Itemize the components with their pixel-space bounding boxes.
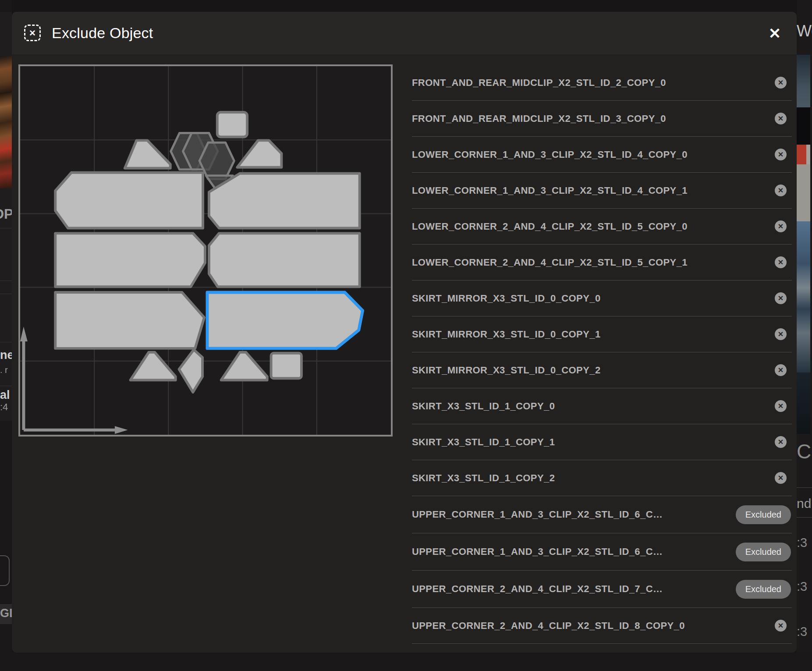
- object-name-label: LOWER_CORNER_2_AND_4_CLIP_X2_STL_ID_5_CO…: [412, 257, 775, 268]
- object-band-a-right[interactable]: [209, 174, 360, 228]
- object-list-item[interactable]: SKIRT_MIRROR_X3_STL_ID_0_COPY_0 ✕: [412, 280, 792, 316]
- divider: [0, 342, 12, 342]
- circle-x-icon[interactable]: ✕: [775, 292, 787, 304]
- object-square-top[interactable]: [217, 112, 247, 137]
- object-list-item[interactable]: FRONT_AND_REAR_MIDCLIP_X2_STL_ID_3_COPY_…: [412, 101, 792, 137]
- circle-x-icon[interactable]: ✕: [775, 436, 787, 448]
- object-name-label: LOWER_CORNER_2_AND_4_CLIP_X2_STL_ID_5_CO…: [412, 221, 775, 232]
- object-triangle-top-left[interactable]: [125, 140, 170, 168]
- clipped-text-fragment: :3: [797, 579, 812, 594]
- photo-fragment: [797, 164, 810, 221]
- build-plate-svg: [20, 66, 391, 435]
- photo-fragment: [797, 221, 810, 373]
- clipped-text-fragment: GL: [0, 607, 12, 620]
- clipped-text-fragment: ne: [0, 348, 12, 362]
- selection-remove-icon: ✕: [24, 25, 41, 41]
- object-list-item[interactable]: LOWER_CORNER_1_AND_3_CLIP_X2_STL_ID_4_CO…: [412, 137, 792, 173]
- circle-x-icon[interactable]: ✕: [775, 220, 787, 232]
- circle-x-icon[interactable]: ✕: [775, 185, 787, 196]
- selection-remove-icon-glyph: ✕: [29, 29, 36, 37]
- object-band-c-left[interactable]: [55, 292, 204, 348]
- excluded-hexagon-c[interactable]: [199, 142, 234, 179]
- page-backdrop-top: [0, 0, 812, 12]
- object-triangle-top-right[interactable]: [237, 140, 281, 167]
- clipped-text-fragment: DP: [0, 206, 6, 222]
- webcam-thumbnail-fragment: [797, 107, 810, 145]
- circle-x-icon[interactable]: ✕: [775, 256, 787, 268]
- object-name-label: LOWER_CORNER_1_AND_3_CLIP_X2_STL_ID_4_CO…: [412, 149, 775, 160]
- object-square-bottom[interactable]: [271, 353, 301, 378]
- object-list-item[interactable]: UPPER_CORNER_1_AND_3_CLIP_X2_STL_ID_6_C……: [412, 533, 792, 571]
- clipped-button-edge: [0, 555, 10, 586]
- divider: [797, 517, 812, 518]
- axis-arrow-icon: [115, 426, 128, 434]
- dialog-title: Exclude Object: [52, 12, 153, 54]
- clipped-text-fragment: :4: [0, 401, 12, 413]
- object-list-item[interactable]: LOWER_CORNER_2_AND_4_CLIP_X2_STL_ID_5_CO…: [412, 209, 792, 245]
- object-name-label: SKIRT_MIRROR_X3_STL_ID_0_COPY_0: [412, 293, 775, 304]
- circle-x-icon[interactable]: ✕: [775, 472, 787, 484]
- divider: [0, 228, 12, 228]
- object-name-label: UPPER_CORNER_1_AND_3_CLIP_X2_STL_ID_6_C…: [412, 509, 736, 520]
- clipped-text-fragment: :3: [797, 625, 812, 639]
- object-list-item[interactable]: FRONT_AND_REAR_MIDCLIP_X2_STL_ID_2_COPY_…: [412, 65, 792, 101]
- object-band-b-right[interactable]: [209, 233, 360, 287]
- object-band-c-selected[interactable]: [207, 292, 363, 348]
- object-name-label: UPPER_CORNER_1_AND_3_CLIP_X2_STL_ID_6_C…: [412, 546, 736, 557]
- circle-x-icon[interactable]: ✕: [775, 620, 787, 632]
- object-name-label: SKIRT_X3_STL_ID_1_COPY_1: [412, 437, 775, 448]
- object-name-label: LOWER_CORNER_1_AND_3_CLIP_X2_STL_ID_4_CO…: [412, 185, 775, 196]
- object-name-label: FRONT_AND_REAR_MIDCLIP_X2_STL_ID_2_COPY_…: [412, 77, 775, 89]
- excluded-badge: Excluded: [736, 543, 791, 561]
- object-name-label: UPPER_CORNER_2_AND_4_CLIP_X2_STL_ID_7_C…: [412, 583, 736, 595]
- page-backdrop-right: We Co nd :3 :3 :3: [797, 0, 812, 671]
- axis-arrow-icon: [20, 327, 28, 341]
- object-list-item[interactable]: SKIRT_X3_STL_ID_1_COPY_1 ✕: [412, 424, 792, 460]
- exclude-object-dialog: ✕ Exclude Object ✕ FRONT_AND_REAR_MIDCLI…: [12, 12, 797, 653]
- object-list: FRONT_AND_REAR_MIDCLIP_X2_STL_ID_2_COPY_…: [412, 65, 792, 644]
- object-list-item[interactable]: LOWER_CORNER_1_AND_3_CLIP_X2_STL_ID_4_CO…: [412, 173, 792, 209]
- object-list-item[interactable]: SKIRT_X3_STL_ID_1_COPY_0 ✕: [412, 388, 792, 424]
- circle-x-icon[interactable]: ✕: [775, 149, 787, 160]
- clipped-text-fragment: Co: [797, 440, 812, 463]
- object-name-label: SKIRT_X3_STL_ID_1_COPY_2: [412, 472, 775, 484]
- object-band-b-left[interactable]: [55, 233, 205, 287]
- screen: DP ne . r al :4 GL We Co nd :3 :3 :3 ✕: [0, 0, 812, 671]
- clipped-text-fragment: nd: [797, 496, 812, 511]
- dialog-header: ✕ Exclude Object ✕: [12, 12, 797, 54]
- object-list-item[interactable]: UPPER_CORNER_1_AND_3_CLIP_X2_STL_ID_6_C……: [412, 496, 792, 533]
- object-list-item[interactable]: LOWER_CORNER_2_AND_4_CLIP_X2_STL_ID_5_CO…: [412, 245, 792, 280]
- object-name-label: SKIRT_X3_STL_ID_1_COPY_0: [412, 401, 775, 412]
- object-list-item[interactable]: SKIRT_MIRROR_X3_STL_ID_0_COPY_1 ✕: [412, 316, 792, 352]
- circle-x-icon[interactable]: ✕: [775, 364, 787, 376]
- backdrop-panel: [0, 12, 12, 56]
- object-list-item[interactable]: UPPER_CORNER_2_AND_4_CLIP_X2_STL_ID_8_CO…: [412, 608, 792, 644]
- object-list-item[interactable]: SKIRT_X3_STL_ID_1_COPY_2 ✕: [412, 460, 792, 496]
- object-list-item[interactable]: UPPER_CORNER_2_AND_4_CLIP_X2_STL_ID_7_C……: [412, 571, 792, 608]
- object-name-label: SKIRT_MIRROR_X3_STL_ID_0_COPY_1: [412, 329, 775, 340]
- excluded-badge: Excluded: [736, 580, 791, 599]
- object-kite-bottom[interactable]: [179, 350, 202, 392]
- excluded-badge: Excluded: [736, 505, 791, 524]
- divider: [0, 294, 12, 294]
- print-photo-fragment: [0, 56, 12, 188]
- build-plate-preview[interactable]: [18, 64, 393, 437]
- object-band-a-left[interactable]: [55, 173, 203, 228]
- photo-fragment: [797, 145, 810, 164]
- object-name-label: FRONT_AND_REAR_MIDCLIP_X2_STL_ID_3_COPY_…: [412, 113, 775, 124]
- object-list-item[interactable]: SKIRT_MIRROR_X3_STL_ID_0_COPY_2 ✕: [412, 352, 792, 388]
- clipped-text-fragment: . r: [0, 365, 12, 375]
- close-icon[interactable]: ✕: [765, 23, 785, 43]
- object-name-label: SKIRT_MIRROR_X3_STL_ID_0_COPY_2: [412, 365, 775, 376]
- circle-x-icon[interactable]: ✕: [775, 113, 787, 124]
- object-triangle-bottom-2[interactable]: [221, 352, 267, 380]
- page-backdrop-left: DP ne . r al :4 GL: [0, 0, 12, 671]
- divider: [797, 487, 812, 488]
- page-backdrop-bottom: [0, 653, 812, 671]
- circle-x-icon[interactable]: ✕: [775, 328, 787, 340]
- clipped-text-fragment: :3: [797, 536, 812, 550]
- object-name-label: UPPER_CORNER_2_AND_4_CLIP_X2_STL_ID_8_CO…: [412, 620, 775, 632]
- circle-x-icon[interactable]: ✕: [775, 400, 787, 412]
- divider: [0, 280, 12, 281]
- circle-x-icon[interactable]: ✕: [775, 77, 787, 89]
